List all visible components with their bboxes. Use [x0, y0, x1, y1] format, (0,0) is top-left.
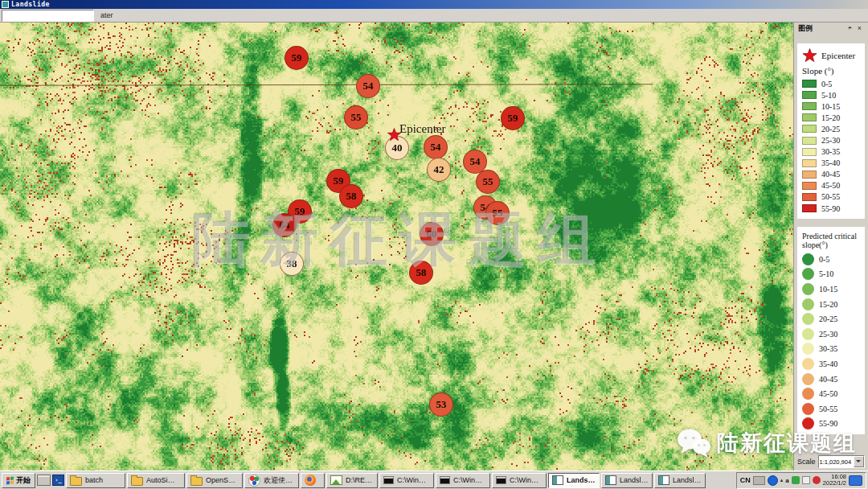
- critical-slope-marker[interactable]: 59: [285, 46, 309, 70]
- window-titlebar[interactable]: Landslide: [0, 0, 868, 9]
- legend-panel-titlebar: 图例 ◓ ×: [797, 23, 865, 35]
- quicklaunch-desktop-icon[interactable]: [37, 475, 51, 486]
- slope-swatch: [802, 193, 817, 201]
- taskbar-button-label: batch: [85, 476, 103, 484]
- wechat-icon: [675, 427, 712, 459]
- critical-legend-row: 15-20: [802, 297, 860, 312]
- slope-class-label: 45-50: [821, 181, 840, 190]
- critical-slope-marker[interactable]: 54: [356, 74, 380, 98]
- taskbar-button-landslide[interactable]: Landslide: [548, 473, 600, 488]
- taskbar-button-label: Landslide: [620, 476, 649, 484]
- language-indicator[interactable]: CN: [740, 476, 751, 484]
- show-desktop-chip[interactable]: [849, 475, 862, 486]
- critical-dot: [802, 328, 814, 340]
- taskbar-button-opensees[interactable]: OpenSees: [186, 473, 243, 488]
- console-icon: [496, 476, 506, 484]
- slope-legend-row: 40-45: [802, 169, 860, 180]
- taskbar-button--[interactable]: 欢迎使用西...: [244, 473, 299, 488]
- critical-slope-marker[interactable]: 58: [409, 261, 433, 285]
- critical-slope-marker[interactable]: 54: [424, 135, 448, 159]
- slope-class-label: 5-10: [821, 91, 836, 100]
- marker-value: 59: [508, 112, 518, 125]
- slope-swatch: [802, 113, 817, 121]
- close-icon[interactable]: ×: [855, 24, 864, 33]
- marker-value: 58: [416, 266, 427, 279]
- antivirus-tray-icon[interactable]: [792, 476, 800, 484]
- taskbar-button-label: C:\Windows...: [510, 476, 542, 484]
- marker-value: 55: [493, 207, 503, 220]
- slope-legend-title: Slope (°): [802, 66, 860, 76]
- network-tray-icon[interactable]: [768, 475, 778, 486]
- critical-slope-marker[interactable]: 55: [476, 170, 500, 194]
- app-icon: [605, 475, 616, 485]
- slope-legend-row: 45-50: [802, 180, 860, 191]
- taskbar-button-landslide[interactable]: Landslide: [601, 473, 653, 488]
- tray-date: 2022/1/2: [823, 479, 846, 487]
- taskbar-button-c-windows-[interactable]: C:\Windows...: [492, 473, 547, 488]
- ime-a-icon[interactable]: a: [785, 476, 789, 484]
- tray-expand-icon[interactable]: ▴: [780, 477, 784, 483]
- slope-legend-row: 5-10: [802, 89, 860, 101]
- slope-class-label: 30-35: [821, 147, 840, 156]
- legend-epicenter-label: Epicenter: [821, 51, 855, 60]
- pin-icon[interactable]: ◓: [845, 24, 854, 33]
- critical-slope-marker[interactable]: 53: [429, 392, 453, 417]
- marker-value: 60: [427, 228, 437, 240]
- taskbar-button-label: Landslide: [673, 476, 702, 484]
- critical-slope-marker[interactable]: 38: [280, 252, 304, 276]
- critical-slope-marker[interactable]: 60: [420, 222, 444, 246]
- marker-value: 58: [346, 190, 357, 203]
- layer-combobox[interactable]: [2, 10, 94, 22]
- taskbar-button-c-windows-[interactable]: C:\Windows...: [436, 473, 490, 488]
- slope-swatch: [802, 159, 817, 167]
- taskbar-button-batch[interactable]: batch: [66, 473, 125, 488]
- critical-dot: [802, 388, 814, 400]
- critical-slope-marker[interactable]: 55: [485, 201, 510, 225]
- slope-swatch: [802, 80, 817, 88]
- marker-value: 54: [470, 155, 481, 168]
- marker-value: 59: [295, 205, 305, 218]
- printer-tray-icon[interactable]: [753, 476, 765, 485]
- clock[interactable]: 16:08 2022/1/2: [823, 474, 846, 487]
- slope-class-label: 50-55: [821, 192, 840, 201]
- critical-slope-marker[interactable]: 55: [344, 105, 368, 129]
- taskbar-button-autosimula-[interactable]: AutoSimula...: [127, 473, 185, 488]
- taskbar-button-firefox[interactable]: [301, 473, 325, 488]
- app-icon: [658, 475, 669, 485]
- system-tray: CN ▴ a 16:08 2022/1/2: [736, 472, 866, 489]
- critical-legend-row: 0-5: [802, 252, 860, 267]
- image-icon: [330, 475, 342, 485]
- critical-title-line2: slope(°): [802, 240, 828, 249]
- slope-legend-row: 0-5: [802, 78, 860, 89]
- app-icon: [552, 475, 563, 485]
- slope-swatch: [802, 148, 817, 156]
- quicklaunch-shell-icon[interactable]: [52, 475, 64, 486]
- slope-legend-row: 30-35: [802, 146, 860, 158]
- slope-class-label: 25-30: [821, 136, 840, 145]
- critical-slope-marker[interactable]: 42: [427, 158, 451, 182]
- slope-class-label: 35-40: [821, 158, 840, 167]
- critical-slope-marker[interactable]: 59: [501, 106, 525, 130]
- security-tray-icon[interactable]: [813, 476, 821, 484]
- critical-title-line1: Predicted critical: [802, 232, 857, 240]
- taskbar-button-label: C:\Windows...: [453, 476, 486, 484]
- critical-dot: [802, 253, 814, 265]
- critical-slope-marker[interactable]: 64: [272, 213, 297, 237]
- slope-swatch: [802, 137, 817, 145]
- flag-tray-icon[interactable]: [802, 476, 810, 484]
- map-viewport[interactable]: Epicenter 595455594054425455595859645455…: [0, 23, 868, 471]
- taskbar-button-landslide[interactable]: Landslide: [654, 473, 706, 488]
- globe-icon: [248, 475, 260, 487]
- critical-dot: [802, 268, 814, 280]
- start-button[interactable]: 开始: [2, 473, 35, 488]
- taskbar-button-c-windows-[interactable]: C:\Windows...: [379, 473, 434, 488]
- slope-legend-row: 20-25: [802, 123, 860, 134]
- critical-class-label: 45-50: [819, 389, 837, 398]
- critical-slope-marker[interactable]: 58: [339, 184, 363, 208]
- slope-swatch: [802, 182, 817, 190]
- taskbar-button-d-ree-act-[interactable]: D:\REE-ACT...: [326, 473, 378, 488]
- toolbar-label: ater: [100, 11, 113, 19]
- marker-value: 42: [434, 163, 444, 176]
- windows-flag-icon: [6, 476, 14, 484]
- critical-class-label: 35-40: [819, 360, 837, 368]
